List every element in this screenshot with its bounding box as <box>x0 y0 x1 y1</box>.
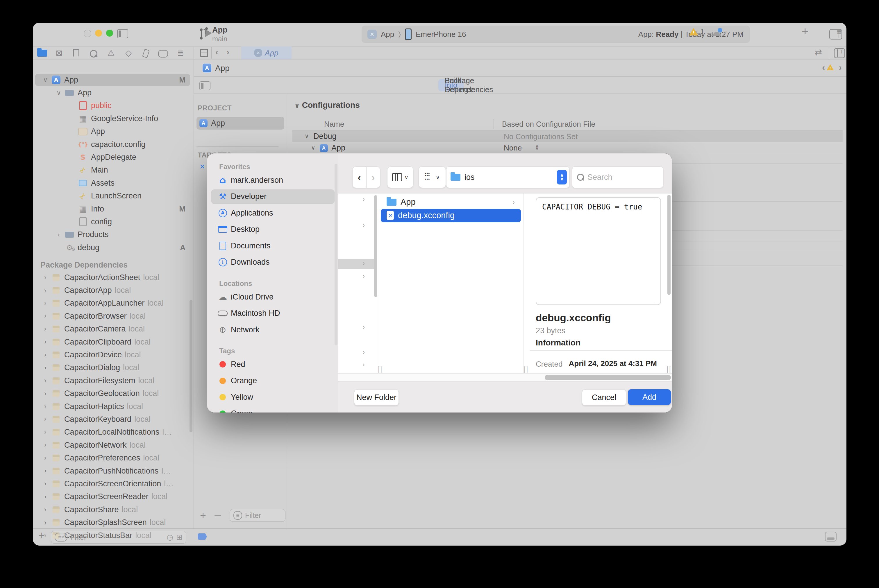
preview-scrollbar[interactable] <box>667 195 670 295</box>
disclosure-icon[interactable]: › <box>41 390 50 398</box>
package-row[interactable]: › CapacitorScreenOrientation l… <box>33 477 194 490</box>
sidebar-item[interactable]: Documents <box>207 238 338 254</box>
forward-tab-icon[interactable]: › <box>227 47 229 57</box>
package-row[interactable]: › CapacitorCamera local <box>33 323 194 336</box>
toggle-debug-area-icon[interactable] <box>825 532 837 542</box>
navigator-scrollbar[interactable] <box>189 300 192 432</box>
disclosure-icon[interactable]: › <box>41 312 50 320</box>
editor-tab-app[interactable]: ✕ App <box>241 46 291 59</box>
disclosure-icon[interactable]: › <box>41 287 50 294</box>
package-row[interactable]: › CapacitorDevice local <box>33 348 194 361</box>
disclosure-icon[interactable]: ∨ <box>41 76 50 84</box>
disclosure-icon[interactable]: › <box>41 338 50 346</box>
targets-filter-field[interactable]: ≡ Filter <box>230 509 285 522</box>
package-row[interactable]: › CapacitorApp local <box>33 284 194 297</box>
sidebar-item[interactable]: Developer <box>207 189 338 205</box>
horizontal-scrollbar[interactable] <box>338 373 672 381</box>
issue-warning-icon[interactable]: ! <box>827 64 834 70</box>
add-file-button[interactable]: + <box>39 530 45 542</box>
package-row[interactable]: › CapacitorLocalNotifications l… <box>33 426 194 439</box>
new-folder-button[interactable]: New Folder <box>354 389 399 405</box>
sidebar-item[interactable]: iCloud Drive <box>207 289 338 305</box>
package-row[interactable]: › CapacitorClipboard local <box>33 336 194 348</box>
source-control-navigator-icon[interactable]: ⊠ <box>53 48 65 58</box>
back-button[interactable]: ‹ <box>352 166 366 188</box>
tree-row[interactable]: public <box>33 99 194 112</box>
disclosure-icon[interactable]: › <box>41 364 50 372</box>
disclosure-icon[interactable]: › <box>41 377 50 384</box>
disclosure-icon[interactable]: › <box>41 429 50 436</box>
disclosure-icon[interactable]: › <box>41 441 50 449</box>
minimize-button[interactable] <box>95 30 102 37</box>
column-resize-handle[interactable]: || <box>667 365 672 373</box>
folder-row[interactable]: App <box>386 197 416 207</box>
tag-item[interactable]: Yellow <box>207 389 338 405</box>
sidebar-item[interactable]: Macintosh HD <box>207 305 338 322</box>
tag-item[interactable]: Orange <box>207 373 338 389</box>
editor-segment-tab[interactable]: Package Dependencies <box>438 79 499 91</box>
tree-row[interactable]: GoogleService-Info <box>33 112 194 125</box>
issue-navigator-icon[interactable]: ⚠ <box>105 48 117 58</box>
package-row[interactable]: › CapacitorHaptics local <box>33 400 194 413</box>
close-button[interactable] <box>84 30 91 37</box>
configurations-section[interactable]: ∨ Configurations <box>295 100 360 110</box>
package-row[interactable]: › CapacitorGeolocation local <box>33 387 194 400</box>
recent-files-icon[interactable]: ◷ <box>167 533 174 542</box>
search-field[interactable]: Search <box>572 166 663 188</box>
config-row-app[interactable]: ∨ A App None ∧∨ <box>292 142 843 155</box>
tree-row[interactable]: Assets <box>33 177 194 189</box>
sidebar-item[interactable]: Network <box>207 322 338 338</box>
package-row[interactable]: › CapacitorBrowser local <box>33 310 194 322</box>
scheme-branch[interactable]: main <box>212 35 227 43</box>
add-target-button[interactable]: + <box>200 510 206 522</box>
disclosure-icon[interactable]: › <box>41 506 50 513</box>
disclosure-icon[interactable]: › <box>54 231 64 238</box>
warning-badge-icon[interactable]: ! <box>689 28 698 36</box>
column-resize-handle[interactable]: || <box>524 365 529 373</box>
disclosure-icon[interactable]: › <box>41 416 50 423</box>
project-row[interactable]: A App <box>197 117 284 130</box>
package-row[interactable]: › CapacitorPreferences local <box>33 452 194 464</box>
bookmark-navigator-icon[interactable] <box>71 49 82 58</box>
add-editor-icon[interactable] <box>834 48 845 59</box>
project-navigator-icon[interactable] <box>36 50 48 58</box>
package-row[interactable]: › CapacitorKeyboard local <box>33 413 194 426</box>
disclosure-icon[interactable]: › <box>41 403 50 410</box>
selected-file-row-content[interactable]: debug.xcconfig <box>386 211 455 220</box>
package-row[interactable]: › CapacitorSplashScreen local <box>33 516 194 529</box>
swap-editor-icon[interactable]: ⇄ <box>815 47 822 57</box>
view-mode-button[interactable]: ∨ <box>387 166 413 188</box>
package-row[interactable]: › CapacitorPushNotifications l… <box>33 465 194 477</box>
package-row[interactable]: › CapacitorFilesystem local <box>33 374 194 387</box>
sidebar-item[interactable]: Downloads <box>207 254 338 271</box>
warning-count[interactable]: 1 <box>700 27 704 36</box>
navigator-filter-field[interactable]: ≡∨ Filter ◷ ⊞ <box>51 531 186 543</box>
tree-row[interactable]: ∨ App M <box>33 74 194 86</box>
zoom-button[interactable] <box>106 30 113 37</box>
package-row[interactable]: › CapacitorActionSheet local <box>33 271 194 284</box>
debug-navigator-icon[interactable] <box>140 50 152 60</box>
breadcrumb[interactable]: App <box>215 64 230 73</box>
disclosure-icon[interactable]: › <box>41 480 50 488</box>
config-value-stepper[interactable]: ∧∨ <box>535 145 539 150</box>
remove-target-button[interactable] <box>215 515 221 516</box>
add-tab-button[interactable]: + <box>802 25 808 38</box>
divider[interactable] <box>194 46 194 529</box>
sidebar-item[interactable]: mark.anderson <box>207 172 338 189</box>
disclosure-icon[interactable]: › <box>41 326 50 333</box>
tag-item[interactable]: Red <box>207 356 338 373</box>
tree-row[interactable]: ∨ App <box>33 86 194 99</box>
config-row-debug[interactable]: ∨ Debug No Configurations Set <box>292 131 843 142</box>
cancel-button[interactable]: Cancel <box>582 389 626 405</box>
package-row[interactable]: › CapacitorScreenReader local <box>33 490 194 503</box>
package-row[interactable]: › CapacitorNetwork local <box>33 439 194 452</box>
scheme-name[interactable]: App <box>212 26 227 34</box>
disclosure-icon[interactable]: › <box>41 467 50 475</box>
back-tab-icon[interactable]: ‹ <box>215 47 218 57</box>
disclosure-icon[interactable]: › <box>41 351 50 359</box>
tree-row[interactable]: config <box>33 215 194 228</box>
test-navigator-icon[interactable]: ◇ <box>123 48 134 58</box>
editor-layout-icon[interactable] <box>829 29 842 39</box>
tree-row[interactable]: Info M <box>33 202 194 215</box>
path-dropdown[interactable]: ios ∧∨ <box>446 166 569 188</box>
